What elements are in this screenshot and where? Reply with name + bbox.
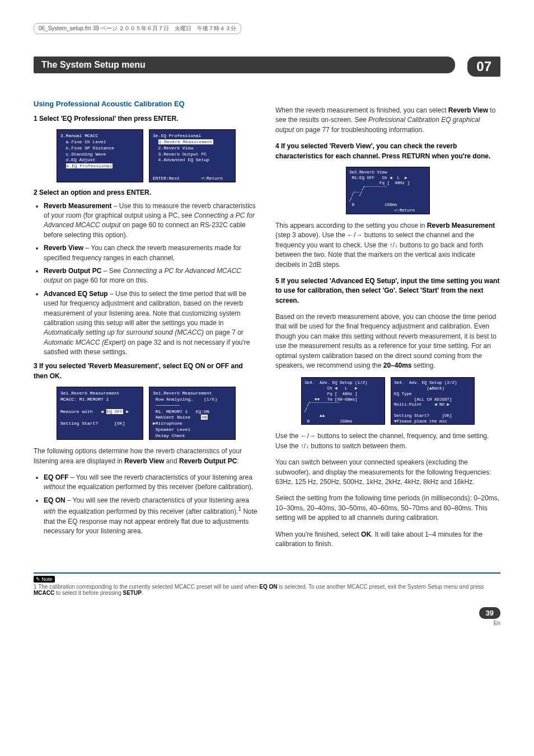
chapter-number: 07 — [467, 57, 500, 77]
paragraph-frequencies: You can switch between your connected sp… — [275, 458, 500, 487]
paragraph-finish: When you're finished, select OK. It will… — [275, 530, 500, 550]
paragraph-reverb-view-use: This appears according to the setting yo… — [275, 221, 500, 270]
left-column: Using Professional Acoustic Calibration … — [34, 99, 259, 556]
osd-manual-mcacc: 3.Manual MCACC a.Fine Ch Level b.Fine SP… — [57, 129, 143, 182]
step-4: 4 If you selected 'Reverb View', you can… — [275, 142, 500, 161]
osd-reverb-measurement-1: 3e1.Reverb Measurement MCACC: M1.MEMORY … — [57, 387, 143, 440]
bullet-eq-off: EQ OFF – You will see the reverb charact… — [44, 473, 259, 492]
paragraph-step5-body: Based on the reverb measurement above, y… — [275, 312, 500, 370]
page-number: 39 — [479, 607, 500, 619]
step-5: 5 If you selected 'Advanced EQ Setup', i… — [275, 276, 500, 306]
osd-adv-eq-2: 3e4. Adv. EQ Setup (2/2) (▲Back) EQ Type… — [391, 377, 475, 425]
footnote-block: Note 1 The calibration corresponding to … — [34, 572, 500, 596]
bullet-advanced-eq-setup: Advanced EQ Setup – Use this to select t… — [44, 289, 259, 358]
section-heading: Using Professional Acoustic Calibration … — [34, 99, 259, 110]
step-3: 3 If you selected 'Reverb Measurement', … — [34, 361, 259, 381]
osd-reverb-view: 3e2.Reverb View M1:EQ OFF Ch ◀ L ▶ Fq [ … — [346, 167, 430, 214]
print-header: 06_System_setup.fm 39 ページ ２００５年６月７日 火曜日 … — [34, 23, 241, 34]
osd-reverb-measurement-2: 3e1.Reverb Measurement Now Analyzing… (1… — [149, 387, 236, 440]
bullet-reverb-measurement: Reverb Measurement – Use this to measure… — [44, 201, 259, 241]
step-1: 1 Select 'EQ Professional' then press EN… — [34, 114, 259, 124]
paragraph-reverb-options: The following options determine how the … — [34, 447, 259, 466]
bullet-reverb-view: Reverb View – You can check the reverb m… — [44, 243, 259, 263]
bullet-eq-on: EQ ON – You will see the reverb characte… — [44, 496, 259, 537]
bullet-reverb-output-pc: Reverb Output PC – See Connecting a PC f… — [44, 266, 259, 286]
paragraph-reverb-view-intro: When the reverb measurement is finished,… — [275, 106, 500, 135]
page-title: The System Setup menu — [34, 57, 455, 73]
paragraph-controls: Use the ←/→ buttons to select the channe… — [275, 431, 500, 451]
right-column: When the reverb measurement is finished,… — [275, 99, 500, 556]
osd-adv-eq-1: 3e4. Adv. EQ Setup (1/2) Ch ◀ L ▶ Fq [ 4… — [301, 377, 385, 425]
note-badge: Note — [34, 576, 55, 583]
paragraph-time-periods: Select the setting from the following ti… — [275, 494, 500, 523]
page-language: En — [34, 620, 500, 626]
step-2: 2 Select an option and press ENTER. — [34, 188, 259, 198]
osd-eq-professional: 3e.EQ Professional 1.Reverb Measurement … — [149, 129, 236, 182]
